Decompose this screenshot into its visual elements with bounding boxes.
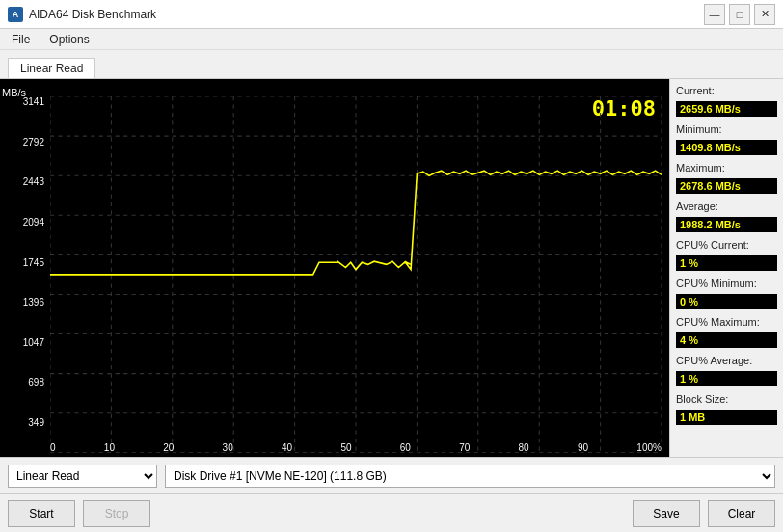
y-label-1745: 1745	[23, 257, 48, 268]
tabs-bar: Linear Read	[0, 50, 783, 79]
app-icon: A	[8, 7, 23, 22]
x-label-50: 50	[340, 442, 351, 453]
x-label-40: 40	[282, 442, 292, 453]
y-label-1396: 1396	[23, 297, 48, 307]
x-label-20: 20	[163, 442, 174, 453]
maximum-label: Maximum:	[676, 162, 777, 173]
y-label-2792: 2792	[23, 137, 48, 147]
average-value: 1988.2 MB/s	[676, 217, 777, 232]
stop-button[interactable]: Stop	[83, 500, 150, 527]
clear-button[interactable]: Clear	[708, 500, 775, 527]
y-label-2094: 2094	[23, 217, 48, 227]
cpu-average-value: 1 %	[676, 371, 777, 386]
cpu-average-label: CPU% Average:	[676, 355, 777, 366]
menu-options[interactable]: Options	[45, 32, 93, 47]
disk-dropdown[interactable]: Disk Drive #1 [NVMe NE-120] (111.8 GB)	[165, 465, 775, 488]
y-label-3141: 3141	[23, 96, 48, 107]
menu-bar: File Options	[0, 29, 783, 50]
main-area: MB/s 3141 2792 2443 2094 1745 1396 1047 …	[0, 79, 783, 457]
current-label: Current:	[676, 85, 777, 96]
test-dropdown[interactable]: Linear Read	[8, 465, 157, 488]
action-bar: Start Stop Save Clear	[0, 493, 783, 532]
y-label-1047: 1047	[23, 337, 48, 348]
x-label-60: 60	[400, 442, 411, 453]
window-controls: — □ ✕	[704, 4, 775, 25]
title-bar: A AIDA64 Disk Benchmark — □ ✕	[0, 0, 783, 29]
maximum-value: 2678.6 MB/s	[676, 178, 777, 194]
start-button[interactable]: Start	[8, 500, 75, 527]
cpu-minimum-value: 0 %	[676, 294, 777, 309]
x-label-70: 70	[459, 442, 470, 453]
y-label-2443: 2443	[23, 176, 48, 187]
tab-linear-read[interactable]: Linear Read	[8, 58, 95, 78]
block-size-value: 1 MB	[676, 410, 777, 425]
chart-area: MB/s 3141 2792 2443 2094 1745 1396 1047 …	[0, 79, 669, 457]
block-size-label: Block Size:	[676, 393, 777, 405]
x-label-10: 10	[104, 442, 115, 453]
save-button[interactable]: Save	[633, 500, 700, 527]
window-title: AIDA64 Disk Benchmark	[29, 8, 156, 21]
y-axis-labels: 3141 2792 2443 2094 1745 1396 1047 698 3…	[2, 96, 48, 428]
cpu-current-value: 1 %	[676, 255, 777, 271]
minimum-label: Minimum:	[676, 123, 777, 135]
minimize-button[interactable]: —	[704, 4, 725, 25]
y-label-349: 349	[28, 417, 48, 428]
maximize-button[interactable]: □	[729, 4, 750, 25]
x-label-0: 0	[50, 442, 56, 453]
average-label: Average:	[676, 200, 777, 212]
current-value: 2659.6 MB/s	[676, 101, 777, 117]
x-label-30: 30	[223, 442, 233, 453]
cpu-current-label: CPU% Current:	[676, 239, 777, 251]
minimum-value: 1409.8 MB/s	[676, 140, 777, 155]
x-label-80: 80	[519, 442, 529, 453]
cpu-maximum-label: CPU% Maximum:	[676, 316, 777, 328]
cpu-minimum-label: CPU% Minimum:	[676, 278, 777, 289]
bottom-bar: Linear Read Disk Drive #1 [NVMe NE-120] …	[0, 457, 783, 493]
chart-svg	[50, 96, 662, 453]
stats-panel: Current: 2659.6 MB/s Minimum: 1409.8 MB/…	[669, 79, 783, 457]
close-button[interactable]: ✕	[754, 4, 775, 25]
menu-file[interactable]: File	[8, 32, 34, 47]
y-label-698: 698	[28, 377, 48, 387]
x-label-90: 90	[578, 442, 588, 453]
x-axis-labels: 0 10 20 30 40 50 60 70 80 90 100%	[50, 442, 662, 453]
cpu-maximum-value: 4 %	[676, 332, 777, 348]
x-label-100: 100%	[636, 442, 662, 453]
